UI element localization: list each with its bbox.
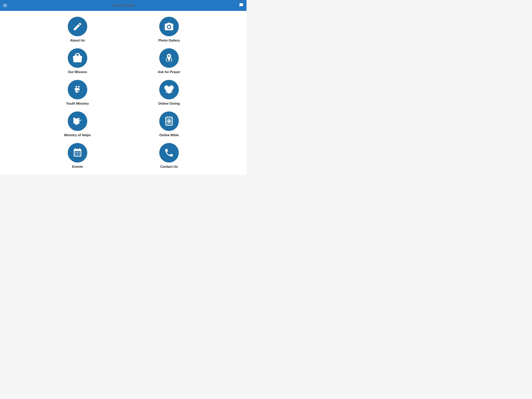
online-giving-label: Online Giving (158, 102, 180, 106)
photo-gallery-label: Photo Gallery (158, 39, 180, 42)
contact-us-icon-circle (159, 143, 179, 162)
header-title: Home Mobile (112, 3, 135, 8)
youth-ministry-icon-circle (68, 80, 87, 99)
briefcase-icon (72, 53, 82, 63)
about-us-icon-circle (68, 17, 87, 36)
camera-icon (164, 21, 174, 32)
svg-rect-0 (170, 24, 171, 25)
menu-item-events[interactable]: Events (36, 143, 119, 169)
giving-icon (164, 84, 174, 95)
youth-ministry-label: Youth Ministry (66, 102, 89, 106)
menu-item-ministry-of-helps[interactable]: Ministry of Helps (36, 111, 119, 137)
menu-item-our-mission[interactable]: Our Mission (36, 48, 119, 74)
svg-point-2 (75, 86, 77, 88)
svg-line-5 (78, 91, 79, 93)
svg-point-3 (78, 86, 80, 88)
menu-icon[interactable] (3, 4, 7, 7)
menu-item-ask-for-prayer[interactable]: Ask for Prayer (127, 48, 211, 74)
svg-rect-1 (74, 58, 81, 62)
online-bible-label: Online Bible (159, 133, 178, 137)
pencil-icon (72, 21, 82, 32)
menu-item-online-bible[interactable]: Online Bible (127, 111, 211, 137)
people-icon (72, 84, 82, 95)
chat-icon[interactable] (239, 3, 243, 8)
prayer-icon (164, 53, 174, 63)
menu-item-photo-gallery[interactable]: Photo Gallery (127, 17, 211, 42)
menu-item-online-giving[interactable]: Online Giving (127, 80, 211, 106)
photo-gallery-icon-circle (159, 17, 179, 36)
events-label: Events (72, 165, 83, 169)
handshake-icon (72, 116, 82, 126)
ask-for-prayer-label: Ask for Prayer (158, 70, 180, 74)
main-content: About Us Photo Gallery Our (0, 11, 247, 174)
our-mission-label: Our Mission (68, 70, 87, 74)
contact-us-label: Contact Us (160, 165, 178, 169)
calendar-icon (72, 148, 82, 158)
phone-icon (164, 148, 174, 158)
menu-grid: About Us Photo Gallery Our (36, 17, 211, 169)
app-header: Home Mobile (0, 0, 247, 11)
online-bible-icon-circle (159, 111, 179, 131)
our-mission-icon-circle (68, 48, 87, 68)
bible-icon (164, 116, 174, 126)
about-us-label: About Us (70, 39, 85, 42)
online-giving-icon-circle (159, 80, 179, 99)
ask-for-prayer-icon-circle (159, 48, 179, 68)
ministry-of-helps-icon-circle (68, 111, 87, 131)
events-icon-circle (68, 143, 87, 162)
menu-item-youth-ministry[interactable]: Youth Ministry (36, 80, 119, 106)
menu-item-about-us[interactable]: About Us (36, 17, 119, 42)
ministry-of-helps-label: Ministry of Helps (64, 133, 91, 137)
menu-item-contact-us[interactable]: Contact Us (127, 143, 211, 169)
